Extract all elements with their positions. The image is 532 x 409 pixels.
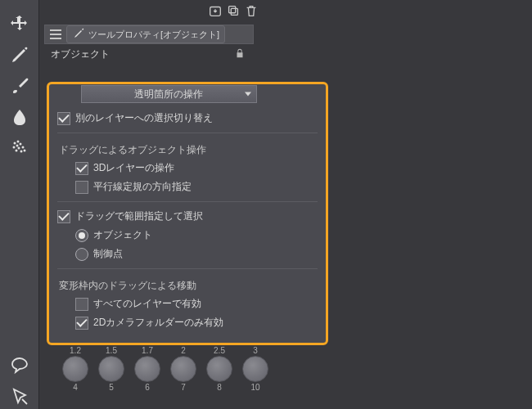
panel-header: ツールプロパティ[オブジェクト]: [44, 25, 254, 44]
radio-object[interactable]: [75, 229, 88, 242]
label-switch-layer: 別のレイヤーへの選択切り替え: [75, 111, 213, 125]
left-toolbar: [0, 0, 39, 409]
checkbox-switch-layer[interactable]: [57, 112, 70, 125]
option-parallel-ruler[interactable]: 平行線定規の方向指定: [57, 178, 318, 196]
transparency-dropdown[interactable]: 透明箇所の操作: [81, 85, 257, 103]
divider: [57, 133, 318, 133]
option-camera-folder[interactable]: 2Dカメラフォルダーのみ有効: [57, 313, 318, 332]
svg-line-10: [22, 399, 27, 404]
option-radio-ctrl[interactable]: 制御点: [57, 245, 318, 263]
tab-label: ツールプロパティ[オブジェクト]: [88, 29, 219, 41]
option-3d-layer[interactable]: 3Dレイヤーの操作: [57, 159, 318, 178]
svg-point-1: [16, 141, 19, 143]
svg-point-3: [19, 143, 21, 146]
pen-tool-icon[interactable]: [7, 43, 32, 67]
brush-circle: [134, 356, 160, 382]
option-switch-layer[interactable]: 別のレイヤーへの選択切り替え: [57, 109, 318, 128]
label-all-layers: すべてのレイヤーで有効: [93, 297, 201, 311]
spray-tool-icon[interactable]: [7, 136, 32, 160]
checkbox-all-layers[interactable]: [75, 298, 88, 311]
svg-point-5: [17, 147, 20, 150]
section-drag-object: ドラッグによるオブジェクト操作: [57, 138, 318, 159]
move-tool-icon[interactable]: [7, 11, 32, 36]
chevron-down-icon: [245, 92, 251, 97]
menu-icon[interactable]: [50, 29, 61, 39]
brush-icon: [72, 27, 85, 42]
brush-circle: [62, 356, 88, 382]
label-radio-object: オブジェクト: [93, 228, 152, 242]
checkbox-camera-folder[interactable]: [75, 317, 88, 330]
divider: [57, 201, 318, 202]
options-panel: 別のレイヤーへの選択切り替え ドラッグによるオブジェクト操作 3Dレイヤーの操作…: [47, 82, 328, 345]
lock-icon[interactable]: [234, 47, 246, 61]
checkbox-parallel-ruler[interactable]: [75, 181, 88, 194]
label-radio-ctrl: 制御点: [93, 247, 123, 261]
label-3d-layer: 3Dレイヤーの操作: [93, 161, 174, 175]
brush-circle: [206, 356, 232, 382]
svg-point-0: [13, 142, 16, 145]
brush-preset[interactable]: 1.76: [131, 346, 164, 392]
option-drag-range[interactable]: ドラッグで範囲指定して選択: [57, 207, 318, 226]
svg-point-2: [16, 145, 18, 147]
top-controls: [208, 3, 259, 20]
option-radio-object[interactable]: オブジェクト: [57, 226, 318, 245]
trash-icon[interactable]: [244, 3, 259, 20]
label-camera-folder: 2Dカメラフォルダーのみ有効: [93, 316, 223, 330]
svg-rect-12: [229, 7, 236, 13]
brush-preset[interactable]: 2.58: [203, 346, 236, 392]
label-drag-range: ドラッグで範囲指定して選択: [75, 209, 203, 223]
svg-point-4: [12, 146, 15, 149]
brush-tool-icon[interactable]: [7, 74, 32, 98]
brush-circle: [242, 356, 268, 382]
subheader: オブジェクト: [44, 46, 254, 65]
paint-tool-icon[interactable]: [7, 105, 32, 129]
main-area: ツールプロパティ[オブジェクト] オブジェクト 別のレイヤーへの選択切り替え ド…: [39, 0, 532, 409]
cursor-tool-icon[interactable]: [7, 384, 32, 409]
brush-size-strip: 1.24 1.55 1.76 27 2.58 310: [59, 346, 275, 392]
label-parallel-ruler: 平行線定規の方向指定: [93, 180, 192, 194]
brush-circle: [170, 356, 196, 382]
brush-preset[interactable]: 27: [167, 346, 200, 392]
divider: [57, 268, 318, 269]
subheader-label: オブジェクト: [51, 47, 110, 61]
dropdown-wrap: 透明箇所の操作: [61, 85, 276, 103]
dropdown-label: 透明箇所の操作: [134, 88, 203, 101]
tool-property-tab[interactable]: ツールプロパティ[オブジェクト]: [66, 25, 225, 43]
balloon-tool-icon[interactable]: [7, 353, 32, 378]
svg-point-9: [23, 150, 25, 152]
checkbox-3d-layer[interactable]: [75, 162, 88, 175]
svg-point-6: [21, 146, 24, 149]
duplicate-icon[interactable]: [226, 3, 241, 20]
brush-preset[interactable]: 1.55: [95, 346, 128, 392]
import-icon[interactable]: [208, 3, 223, 20]
checkbox-drag-range[interactable]: [57, 210, 70, 223]
svg-point-7: [15, 150, 17, 152]
brush-circle: [98, 356, 124, 382]
option-all-layers[interactable]: すべてのレイヤーで有効: [57, 294, 318, 313]
section-transform: 変形枠内のドラッグによる移動: [57, 274, 318, 294]
brush-preset[interactable]: 310: [239, 346, 272, 392]
radio-ctrl[interactable]: [75, 248, 88, 261]
svg-point-8: [20, 151, 22, 153]
svg-rect-13: [231, 8, 237, 15]
brush-preset[interactable]: 1.24: [59, 346, 92, 392]
